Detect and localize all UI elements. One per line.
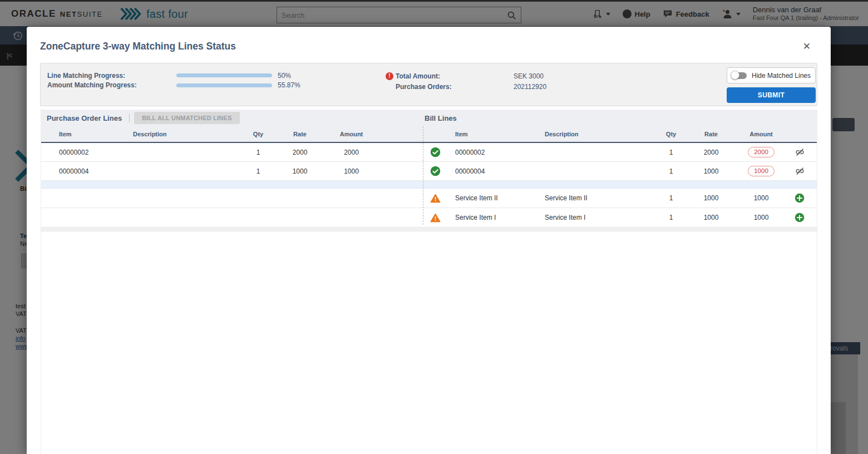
col-qty: Qty [656, 131, 686, 137]
bill-amount: 1000 [736, 214, 786, 221]
bill-lines-title: Bill Lines [425, 114, 457, 122]
table-row: Service Item I Service Item I 1 1000 100… [41, 208, 817, 228]
total-amount-label: Total Amount: [396, 72, 514, 80]
col-amount: Amount [325, 131, 378, 137]
amount-progress-bar [176, 83, 272, 87]
purchase-orders-row: Purchase Orders: 202112920 [386, 81, 546, 92]
po-qty: 1 [241, 149, 275, 156]
submit-button[interactable]: SUBMIT [727, 87, 816, 103]
amount-progress-row: Amount Matching Progress: 55.87% [47, 81, 300, 91]
purchase-orders-label: Purchase Orders: [396, 83, 514, 91]
section-header: Purchase Order Lines BILL ALL UNMATCHED … [41, 110, 817, 126]
matching-lines-modal: ZoneCapture 3-way Matching Lines Status … [27, 27, 831, 454]
total-amount-row: Total Amount: SEK 3000 [386, 71, 546, 81]
line-progress-label: Line Matching Progress: [47, 72, 176, 80]
summary-panel: Line Matching Progress: 50% Amount Match… [40, 63, 817, 106]
bill-item: Service Item I [447, 214, 536, 221]
po-lines-title: Purchase Order Lines [47, 114, 122, 122]
close-button[interactable]: ✕ [800, 41, 814, 52]
hide-matched-label: Hide Matched Lines [752, 72, 811, 80]
matching-table: Purchase Order Lines BILL ALL UNMATCHED … [41, 110, 817, 454]
modal-header: ZoneCapture 3-way Matching Lines Status … [27, 27, 831, 63]
po-item: 00000004 [41, 167, 133, 175]
spacer-row [41, 181, 817, 189]
add-line-icon[interactable] [786, 213, 813, 223]
amount-progress-label: Amount Matching Progress: [47, 81, 176, 89]
col-amount: Amount [736, 131, 786, 137]
column-headers: Item Description Qty Rate Amount Item De… [41, 126, 817, 143]
summary-actions: Hide Matched Lines SUBMIT [727, 67, 816, 103]
bill-qty: 1 [656, 149, 686, 156]
warning-icon [423, 193, 447, 204]
bill-amount: 1000 [736, 194, 786, 202]
amount-pill: 2000 [748, 147, 775, 157]
amount-progress-value: 55.87% [278, 81, 300, 89]
bill-qty: 1 [656, 214, 686, 221]
progress-group: Line Matching Progress: 50% Amount Match… [47, 71, 300, 90]
totals-group: Total Amount: SEK 3000 Purchase Orders: … [386, 71, 546, 92]
bill-rate: 1000 [686, 214, 736, 221]
bill-description: Service Item I [536, 214, 656, 221]
col-item: Item [41, 131, 133, 137]
bill-all-unmatched-button[interactable]: BILL ALL UNMATCHED LINES [134, 112, 239, 124]
bill-description: Service Item II [536, 194, 656, 202]
po-rate: 1000 [275, 167, 325, 175]
alert-icon [386, 72, 393, 80]
matched-icon [423, 147, 447, 157]
col-description: Description [133, 131, 241, 137]
col-qty: Qty [241, 131, 275, 137]
line-progress-value: 50% [278, 72, 291, 80]
hide-matched-toggle[interactable]: Hide Matched Lines [727, 67, 816, 83]
bill-rate: 1000 [686, 167, 736, 175]
table-row: 00000002 1 2000 2000 00000002 1 2000 200… [41, 143, 817, 162]
po-item: 00000002 [41, 149, 133, 156]
po-rate: 2000 [275, 149, 325, 156]
matched-icon [423, 166, 447, 176]
table-row: Service Item II Service Item II 1 1000 1… [41, 189, 817, 208]
bill-item: 00000004 [447, 167, 536, 175]
bill-qty: 1 [656, 194, 686, 202]
bill-rate: 1000 [686, 194, 736, 202]
bill-item: Service Item II [447, 194, 536, 202]
table-header-band: Purchase Order Lines BILL ALL UNMATCHED … [41, 110, 817, 143]
modal-title: ZoneCapture 3-way Matching Lines Status [40, 41, 236, 52]
bill-item: 00000002 [447, 149, 536, 156]
col-rate: Rate [686, 131, 736, 137]
line-progress-bar [176, 73, 272, 77]
divider [129, 114, 130, 122]
bill-qty: 1 [656, 167, 686, 175]
unlink-icon[interactable] [786, 166, 813, 176]
col-description: Description [536, 131, 656, 137]
table-row: 00000004 1 1000 1000 00000004 1 1000 100… [41, 162, 817, 181]
amount-pill: 1000 [748, 166, 775, 176]
total-amount-value: SEK 3000 [514, 72, 544, 80]
table-tail-strip [41, 228, 817, 231]
bill-rate: 2000 [686, 149, 736, 156]
add-line-icon[interactable] [786, 193, 813, 203]
col-rate: Rate [275, 131, 325, 137]
line-progress-row: Line Matching Progress: 50% [47, 71, 300, 81]
warning-icon [423, 213, 447, 223]
purchase-orders-value: 202112920 [514, 83, 546, 91]
po-amount: 2000 [325, 149, 378, 156]
toggle-switch[interactable] [732, 72, 747, 79]
po-amount: 1000 [325, 167, 378, 175]
unlink-icon[interactable] [786, 147, 813, 157]
po-qty: 1 [241, 167, 275, 175]
col-item: Item [447, 131, 536, 137]
